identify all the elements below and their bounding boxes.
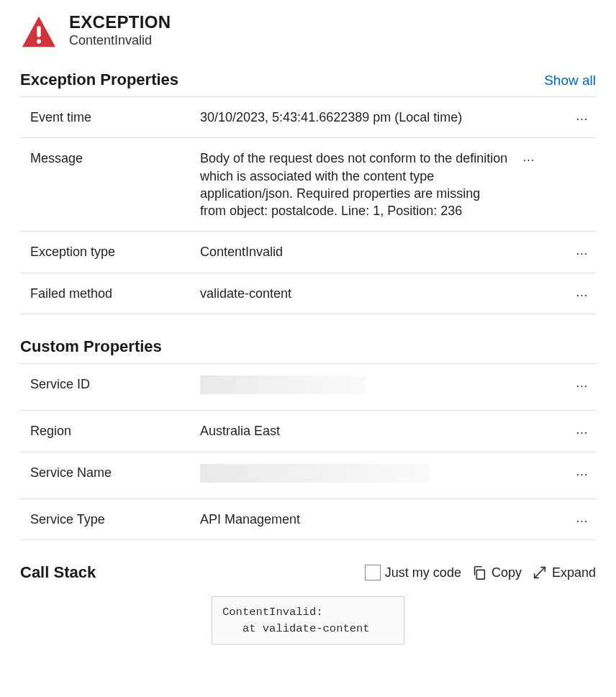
property-label: Region xyxy=(20,422,200,439)
custom-properties-list: Service ID Region Australia East Service… xyxy=(20,363,596,540)
property-label: Failed method xyxy=(20,285,200,302)
redacted-block xyxy=(200,464,430,483)
callstack-heading-row: Call Stack Just my code Copy xyxy=(20,563,596,582)
expand-label: Expand xyxy=(552,565,596,580)
property-value: Body of the request does not conform to … xyxy=(200,150,517,219)
exception-subtitle: ContentInvalid xyxy=(69,33,171,48)
exception-header: EXCEPTION ContentInvalid xyxy=(20,13,596,50)
exception-properties-heading-row: Exception Properties Show all xyxy=(20,70,596,89)
property-label: Service ID xyxy=(20,375,200,393)
property-row: Failed method validate-content xyxy=(20,273,596,314)
property-value: 30/10/2023, 5:43:41.6622389 pm (Local ti… xyxy=(200,109,570,126)
svg-point-1 xyxy=(37,39,41,43)
property-label: Message xyxy=(20,150,200,167)
property-row: Message Body of the request does not con… xyxy=(20,137,596,231)
more-icon[interactable] xyxy=(577,245,589,258)
property-label: Event time xyxy=(20,109,200,126)
property-row: Service Name xyxy=(20,452,596,498)
property-row: Event time 30/10/2023, 5:43:41.6622389 p… xyxy=(20,96,596,137)
more-icon[interactable] xyxy=(577,110,589,123)
property-value: Australia East xyxy=(200,422,570,439)
more-icon[interactable] xyxy=(524,151,535,164)
property-value-redacted xyxy=(200,375,570,398)
more-icon[interactable] xyxy=(577,377,589,390)
more-icon[interactable] xyxy=(577,424,589,437)
property-value: ContentInvalid xyxy=(200,243,570,260)
show-all-link[interactable]: Show all xyxy=(544,73,596,88)
callstack-actions: Just my code Copy Expand xyxy=(365,565,596,580)
property-label: Exception type xyxy=(20,243,200,260)
property-row: Region Australia East xyxy=(20,410,596,451)
expand-button[interactable]: Expand xyxy=(532,565,596,580)
more-icon[interactable] xyxy=(577,512,589,525)
property-value: API Management xyxy=(200,511,570,528)
more-icon[interactable] xyxy=(577,465,589,478)
copy-label: Copy xyxy=(492,565,522,580)
property-row: Service Type API Management xyxy=(20,498,596,540)
property-value: validate-content xyxy=(200,285,570,302)
just-my-code-label: Just my code xyxy=(385,565,461,580)
property-label: Service Name xyxy=(20,464,200,481)
more-icon[interactable] xyxy=(577,286,589,299)
copy-icon xyxy=(471,565,487,580)
svg-rect-2 xyxy=(476,570,484,580)
expand-icon xyxy=(532,565,548,580)
exception-properties-heading: Exception Properties xyxy=(20,70,178,89)
callstack-trace: ContentInvalid: at validate-content xyxy=(212,596,404,644)
warning-icon xyxy=(20,13,58,50)
property-label: Service Type xyxy=(20,511,200,528)
just-my-code-toggle[interactable]: Just my code xyxy=(365,565,461,580)
callstack-heading: Call Stack xyxy=(20,563,96,582)
property-row: Exception type ContentInvalid xyxy=(20,231,596,272)
custom-properties-heading-row: Custom Properties xyxy=(20,337,596,356)
property-row: Service ID xyxy=(20,363,596,410)
property-value-redacted xyxy=(200,464,570,487)
checkbox-icon[interactable] xyxy=(365,565,381,580)
custom-properties-heading: Custom Properties xyxy=(20,337,162,356)
copy-button[interactable]: Copy xyxy=(471,565,522,580)
exception-title: EXCEPTION xyxy=(69,13,171,31)
redacted-block xyxy=(200,375,366,394)
svg-rect-0 xyxy=(37,26,40,37)
exception-properties-list: Event time 30/10/2023, 5:43:41.6622389 p… xyxy=(20,96,596,314)
